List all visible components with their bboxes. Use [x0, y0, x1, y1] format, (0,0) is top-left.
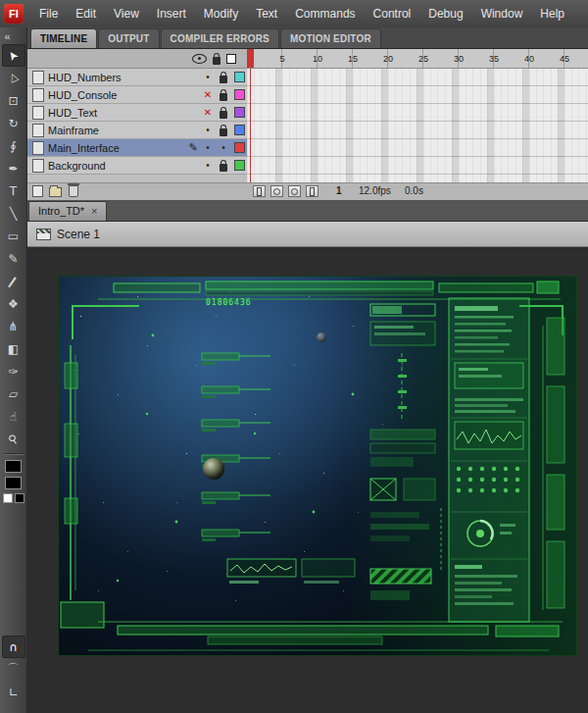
layer-list: HUD_Numbers • HUD_Console ✕ HUD_Text ✕	[27, 69, 247, 175]
new-folder-button[interactable]	[49, 185, 62, 197]
frame-rate-indicator[interactable]: 12.0fps	[359, 185, 391, 196]
edit-multiple-frames-button[interactable]	[306, 185, 318, 197]
layer-name: HUD_Numbers	[48, 72, 200, 83]
menu-text[interactable]: Text	[247, 2, 286, 25]
layer-outline-toggle[interactable]	[231, 86, 247, 103]
menu-insert[interactable]: Insert	[148, 2, 195, 25]
unlocked-dot: •	[221, 142, 225, 153]
layer-name: HUD_Text	[48, 107, 200, 119]
layer-row-hud-console[interactable]: HUD_Console ✕	[27, 86, 247, 104]
lock-icon	[220, 76, 227, 83]
layer-visibility-toggle[interactable]: ✕	[200, 86, 216, 103]
menu-help[interactable]: Help	[531, 2, 573, 25]
line-tool[interactable]: ╲	[2, 202, 25, 225]
menu-control[interactable]: Control	[365, 2, 420, 25]
layer-row-background[interactable]: Background •	[27, 157, 247, 175]
deco-tool[interactable]: ❖	[2, 292, 25, 315]
pen-tool[interactable]: ✒	[2, 157, 25, 179]
hand-tool[interactable]: ☝	[2, 405, 25, 428]
paint-bucket-icon: ◧	[8, 342, 19, 356]
menu-file[interactable]: File	[30, 2, 67, 25]
frame-ruler[interactable]: 5 10 15 20 25 30 35 40 45	[247, 49, 588, 69]
layer-visibility-toggle[interactable]: •	[200, 157, 216, 174]
eyedropper-tool[interactable]: ✑	[2, 360, 25, 382]
stage-pasteboard[interactable]: 01806436	[27, 247, 588, 713]
layer-name: Mainframe	[48, 125, 200, 136]
layer-visibility-toggle[interactable]: ✕	[200, 104, 216, 121]
ruler-tick: 30	[441, 54, 476, 64]
paint-bucket-tool[interactable]: ◧	[2, 337, 25, 360]
ruler-tick: 25	[406, 54, 441, 64]
bone-tool[interactable]: ⋔	[2, 315, 25, 337]
menu-edit[interactable]: Edit	[67, 2, 105, 25]
tab-motion-editor[interactable]: MOTION EDITOR	[280, 28, 381, 48]
layer-outline-toggle[interactable]	[231, 139, 247, 156]
layer-lock-toggle[interactable]: •	[216, 139, 231, 156]
center-frame-button[interactable]	[253, 185, 266, 197]
tab-compiler-errors[interactable]: COMPILER ERRORS	[161, 28, 279, 48]
swap-colors-button[interactable]	[15, 493, 24, 503]
scene-breadcrumb[interactable]: Scene 1	[57, 228, 100, 241]
layer-visibility-toggle[interactable]: •	[200, 122, 216, 138]
text-tool[interactable]: T	[2, 179, 25, 202]
3d-rotation-tool[interactable]: ↻	[2, 112, 25, 134]
layer-lock-toggle[interactable]	[216, 157, 231, 174]
layer-row-mainframe[interactable]: Mainframe •	[27, 122, 247, 139]
pencil-tool[interactable]: ✎	[2, 247, 25, 270]
menu-debug[interactable]: Debug	[419, 2, 471, 25]
layer-row-hud-text[interactable]: HUD_Text ✕	[27, 104, 247, 122]
delete-layer-button[interactable]	[69, 185, 78, 197]
stage-canvas[interactable]: 01806436	[59, 277, 576, 655]
playhead[interactable]	[247, 49, 254, 68]
selection-tool[interactable]: ➤	[2, 44, 25, 67]
lock-icon	[220, 111, 227, 119]
zoom-tool[interactable]: ⚲	[2, 428, 25, 450]
lock-icon	[220, 164, 227, 172]
menu-window[interactable]: Window	[472, 2, 532, 25]
layer-outline-toggle[interactable]	[231, 104, 247, 121]
straighten-option-button[interactable]: ∟	[2, 681, 25, 703]
ruler-tick: 35	[476, 54, 512, 64]
layer-lock-toggle[interactable]	[216, 86, 231, 103]
layer-visibility-toggle[interactable]: •	[200, 139, 216, 156]
lock-icon	[220, 93, 227, 101]
ruler-tick: 20	[370, 54, 406, 64]
free-transform-tool[interactable]: ⊡	[2, 89, 25, 112]
tab-timeline[interactable]: TIMELINE	[30, 28, 97, 48]
layer-visibility-toggle[interactable]: •	[200, 69, 216, 85]
layer-outline-toggle[interactable]	[231, 69, 247, 85]
tab-output[interactable]: OUTPUT	[98, 28, 159, 48]
document-tab-intro-td[interactable]: Intro_TD* ×	[28, 201, 107, 221]
brush-tool[interactable]: ❙	[2, 270, 25, 292]
smooth-option-button[interactable]: ⌒	[2, 658, 25, 681]
subselection-tool[interactable]: ▷	[2, 67, 25, 89]
layer-outline-toggle[interactable]	[231, 122, 247, 138]
hand-icon: ☝	[10, 410, 17, 424]
show-hide-all-layers-eye-icon[interactable]	[192, 54, 207, 64]
layer-lock-toggle[interactable]	[216, 122, 231, 138]
layer-outline-toggle[interactable]	[231, 157, 247, 174]
default-colors-button[interactable]	[3, 493, 13, 503]
rectangle-tool[interactable]: ▭	[2, 225, 25, 247]
layer-lock-toggle[interactable]	[216, 69, 231, 85]
close-document-icon[interactable]: ×	[91, 206, 97, 216]
stroke-color-swatch[interactable]	[5, 460, 22, 473]
eraser-tool[interactable]: ▱	[2, 382, 25, 405]
menu-modify[interactable]: Modify	[195, 2, 247, 25]
layer-row-main-interface[interactable]: Main_Interface ✎ • •	[27, 139, 247, 157]
snap-to-objects-toggle[interactable]: ∩	[2, 636, 25, 658]
layer-row-hud-numbers[interactable]: HUD_Numbers •	[27, 69, 247, 86]
new-layer-button[interactable]	[32, 185, 43, 197]
lock-all-layers-icon[interactable]	[213, 57, 220, 65]
onion-skin-outlines-button[interactable]	[288, 185, 301, 197]
lasso-tool[interactable]: ∮	[2, 134, 25, 157]
onion-skin-button[interactable]	[270, 185, 283, 197]
layer-lock-toggle[interactable]	[216, 104, 231, 121]
outline-all-layers-icon[interactable]	[226, 54, 236, 64]
frame-grid[interactable]	[247, 69, 588, 182]
collapse-panel-button[interactable]: «	[2, 29, 25, 44]
menu-view[interactable]: View	[105, 2, 148, 25]
timeline-panel: 5 10 15 20 25 30 35 40 45 HUD_Numbers • …	[27, 49, 588, 200]
menu-commands[interactable]: Commands	[286, 2, 364, 25]
fill-color-swatch[interactable]	[5, 477, 22, 489]
